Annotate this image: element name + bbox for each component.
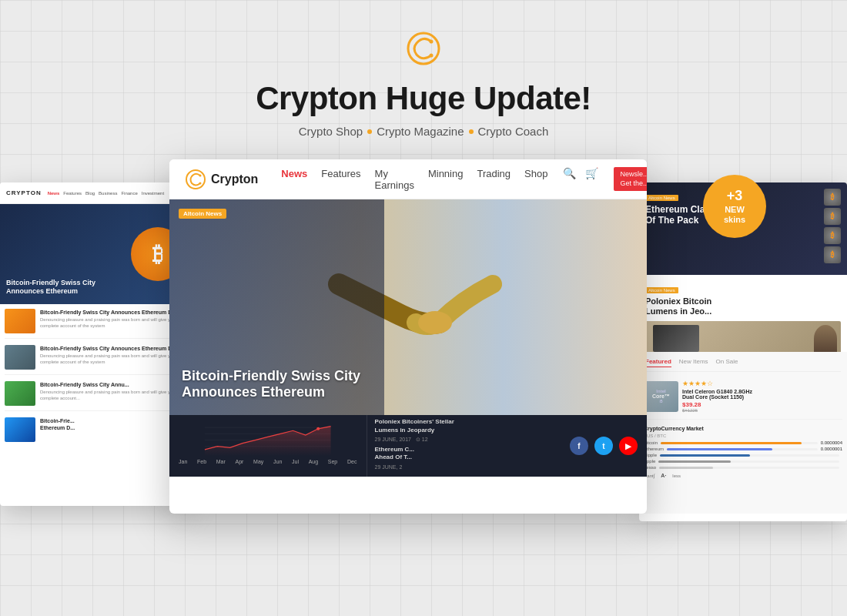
chip-oldprice: $#1225 [682,408,752,413]
crypto-row-apple: Apple [644,459,842,464]
right-news-tag-1: Altcoin News [645,195,678,201]
left-nav-logo: CRYPTON [6,189,42,196]
shop-header: Featured New Items On Sale [639,352,847,372]
nav-trading[interactable]: Trading [477,168,511,191]
subtitle-dot-1 [367,129,372,134]
left-nav-finance[interactable]: Finance [121,191,137,196]
right-coin-1: ₿ [824,189,841,206]
crypto-section: CryptoCurrency Market AUS / BTC Bitcoin … [639,423,847,481]
twitter-btn[interactable]: t [594,437,613,455]
facebook-btn[interactable]: f [570,437,588,455]
subtitle-magazine: Crypto Magazine [377,125,464,138]
subtitle-dot-2 [469,129,474,134]
nav-earnings[interactable]: My Earnings [375,168,414,191]
bottom-news-date-2: 29 JUNE, 2 [375,464,554,470]
svg-point-6 [418,311,452,334]
nav-news[interactable]: News [281,168,307,191]
left-news-content-2: Bitcoin-Friendly Swiss City Announces Et… [40,345,188,370]
left-news-desc-3: Denouncing pleasure and praising pain wa… [40,390,188,402]
subtitle-row: Crypto Shop Crypto Magazine Crypto Coach [256,125,591,138]
hero-tag: Altcoin News [179,209,226,219]
crypto-market-title: CryptoCurrency Market [644,426,842,431]
left-news-title-3: Bitcoin-Friendly Swiss City Annu... [40,381,188,388]
content-wrapper: Crypton Huge Update! Crypto Shop Crypto … [0,0,847,616]
right-coin-3: ₿ [824,227,841,244]
left-news-title-1: Bitcoin-Friendly Swiss City Announces Et… [40,309,188,316]
screenshot-main: Crypton News Features My Earnings Minnin… [169,159,647,514]
right-btc-coins: ₿ ₿ ₿ ₿ [824,189,841,263]
nav-shop[interactable]: Shop [524,168,547,191]
hero-image: Altcoin News Bitcoin-Friendly Swiss City… [169,199,647,415]
chip-info: ★★★★☆ Intel Celeron G1840 2.8GHzDual Cor… [682,380,752,413]
left-thumb-1 [5,309,35,333]
svg-point-1 [430,40,434,44]
right-news-tag-2: Altcoin News [645,287,678,293]
svg-point-4 [199,174,202,176]
screenshot-left: CRYPTON News Features Blog Business Fina… [0,182,192,506]
left-news-desc-2: Denouncing pleasure and praising pain wa… [40,353,188,366]
main-bottom: JanFebMarAprMayJunJulAugSepDec Poloniex … [169,415,647,477]
crypto-logos-row: Hant∫ A· less [644,473,842,478]
intel-chip-image: Intel Core™ i5 [644,381,678,412]
left-news-title-4: Bitcoin-Frie...Ethereum D... [40,417,75,431]
bottom-news-1: Poloniex Bitcoiners' StellarLumens in Je… [375,418,554,443]
nav-items: News Features My Earnings Minning Tradin… [281,168,547,191]
left-news-item-4: Bitcoin-Frie...Ethereum D... [5,417,188,447]
svg-point-5 [199,182,202,184]
left-nav-business[interactable]: Business [99,191,117,196]
main-title: Crypton Huge Update! [256,80,591,117]
search-icon[interactable]: 🔍 [563,167,576,191]
nav-features[interactable]: Features [321,168,360,191]
header-section: Crypton Huge Update! Crypto Shop Crypto … [256,0,591,152]
crypto-aus-header: AUS / BTC [644,434,666,438]
left-news-desc-1: Denouncing pleasure and praising pain wa… [40,317,188,330]
left-thumb-4 [5,417,35,442]
right-news-title-2: Poloniex BitcoinLumens in Jeo... [645,296,841,316]
left-nav: CRYPTON News Features Blog Business Fina… [0,182,192,204]
svg-point-2 [430,54,434,58]
crypto-row-ripple: Ripple [644,453,842,457]
left-news-item-2: Bitcoin-Friendly Swiss City Announces Et… [5,345,188,375]
logo-icon [404,29,443,68]
new-skins-badge: +3 NEW skins [703,175,766,238]
tab-featured[interactable]: Featured [645,358,671,367]
chip-price: $39.28 [682,401,752,408]
bottom-news-title-1: Poloniex Bitcoiners' StellarLumens in Je… [375,418,554,434]
left-news-list: Bitcoin-Friendly Swiss City Announces Et… [0,304,192,457]
left-news-item-1: Bitcoin-Friendly Swiss City Announces Et… [5,309,188,339]
chart-x-labels: JanFebMarAprMayJunJulAugSepDec [179,459,357,464]
nav-newsletter: Newsle...Get the... [614,167,647,191]
left-nav-news[interactable]: News [48,191,60,196]
phone-area: Featured New Items On Sale Intel Core™ i… [639,352,847,514]
main-nav: Crypton News Features My Earnings Minnin… [169,159,647,199]
left-thumb-3 [5,381,35,406]
youtube-btn[interactable]: ▶ [619,437,638,455]
subtitle-shop: Crypto Shop [299,125,363,138]
left-hero-title: Bitcoin-Friendly Swiss City Announces Et… [6,279,106,296]
right-coin-2: ₿ [824,208,841,225]
logo-less: less [672,474,681,478]
nav-logo: Crypton [185,169,258,190]
bottom-news-title-2: Ethereum C...Ahead Of T... [375,446,554,462]
nav-icons: 🔍 🛒 Newsle...Get the... [563,167,647,191]
left-news-content-1: Bitcoin-Friendly Swiss City Announces Et… [40,309,188,333]
crypto-row-lesso: Lesso [644,465,842,470]
bottom-news-date-1: 29 JUNE, 2017 ⊙ 12 [375,436,554,443]
bottom-news-items: Poloniex Bitcoiners' StellarLumens in Je… [367,415,561,477]
logo-a: A· [661,473,666,478]
hero-title: Bitcoin-Friendly Swiss CityAnnounces Eth… [182,368,360,401]
badge-label: NEW [725,205,745,215]
nav-minning[interactable]: Minning [428,168,464,191]
cart-icon[interactable]: 🛒 [585,167,598,191]
left-nav-features[interactable]: Features [63,191,82,196]
crypto-header-row: AUS / BTC [644,434,842,438]
crypto-row-ethereum: Ethereum 0.0000001 [644,447,842,451]
left-nav-investment[interactable]: Investment [142,191,164,196]
badge-skins: skins [724,215,745,225]
shop-tabs: Featured New Items On Sale [645,358,841,372]
right-coin-4: ₿ [824,246,841,263]
tab-on-sale[interactable]: On Sale [716,358,738,367]
svg-point-11 [316,427,320,430]
left-nav-blog[interactable]: Blog [85,191,95,196]
tab-new-items[interactable]: New Items [679,358,708,367]
